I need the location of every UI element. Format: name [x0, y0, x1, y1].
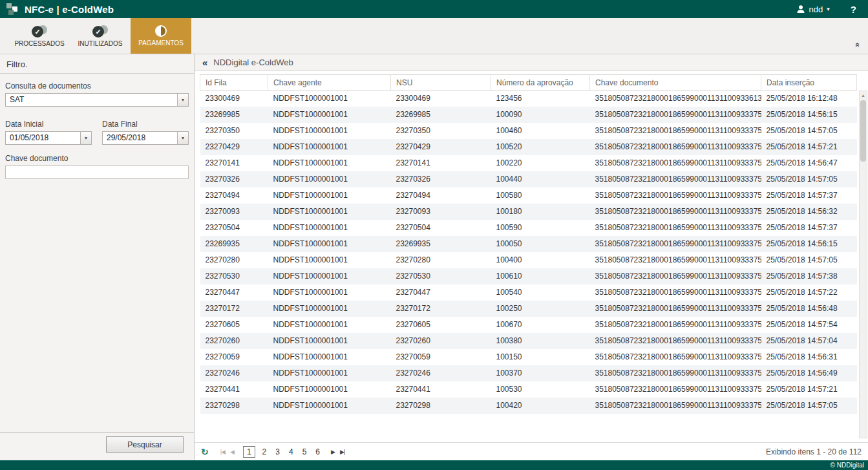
table-row[interactable]: 23270260NDDFST10000010012327026010038035…	[200, 333, 857, 349]
table-row[interactable]: 23270441NDDFST10000010012327044110053035…	[200, 381, 857, 398]
refresh-icon[interactable]: ↻	[201, 447, 209, 457]
data-inicial-picker[interactable]: 01/05/2018 ▼	[5, 131, 92, 145]
table-cell: 23269935	[200, 236, 268, 252]
vertical-scrollbar[interactable]: ▲	[859, 91, 867, 438]
app-logo-icon	[6, 3, 18, 15]
table-cell: 25/05/2018 14:57:37	[761, 187, 857, 204]
table-cell: 25/05/2018 14:57:05	[761, 123, 857, 139]
chevron-down-icon: ▾	[827, 6, 830, 12]
data-final-label: Data Final	[102, 120, 189, 129]
table-cell: 100420	[491, 398, 590, 414]
table-row[interactable]: 23270447NDDFST10000010012327044710054035…	[200, 284, 857, 301]
table-cell: NDDFST1000001001	[268, 107, 391, 123]
table-cell: 100150	[491, 349, 590, 365]
table-row[interactable]: 23300469NDDFST10000010012330046912345635…	[200, 91, 857, 107]
column-header[interactable]: Data inserção	[761, 75, 857, 91]
column-header[interactable]: Chave agente	[268, 75, 391, 91]
panel-header: « NDDigital e-ColdWeb	[195, 54, 868, 71]
table-row[interactable]: 23270504NDDFST10000010012327050410059035…	[200, 220, 857, 236]
help-button[interactable]: ?	[851, 4, 856, 15]
table-cell: 100440	[491, 171, 590, 187]
table-cell: NDDFST1000001001	[268, 349, 391, 365]
table-row[interactable]: 23270059NDDFST10000010012327005910015035…	[200, 349, 857, 365]
table-row[interactable]: 23270530NDDFST10000010012327053010061035…	[200, 268, 857, 284]
table-row[interactable]: 23270246NDDFST10000010012327024610037035…	[200, 365, 857, 381]
collapse-ribbon-button[interactable]: »	[854, 40, 859, 50]
app-header: NFC-e | e-ColdWeb ndd ▾ ?	[0, 0, 868, 18]
last-page-icon[interactable]: ▶|	[340, 449, 344, 455]
column-header[interactable]: Número da aprovação	[491, 75, 590, 91]
page-number[interactable]: 2	[260, 447, 269, 456]
table-row[interactable]: 23270093NDDFST10000010012327009310018035…	[200, 204, 857, 220]
table-cell: 23270447	[391, 284, 491, 301]
table-cell: 23270059	[200, 349, 268, 365]
chevron-down-icon: ▼	[80, 132, 91, 144]
table-body: 23300469NDDFST10000010012330046912345635…	[200, 91, 857, 414]
column-header[interactable]: NSU	[391, 75, 491, 91]
table-cell: NDDFST1000001001	[268, 171, 391, 187]
scrollbar-thumb[interactable]	[860, 100, 866, 162]
chevron-down-icon: ▼	[177, 94, 188, 106]
table-cell: 23270141	[200, 155, 268, 171]
table-row[interactable]: 23270280NDDFST10000010012327028010040035…	[200, 252, 857, 268]
pagination-status: Exibindo itens 1 - 20 de 112	[766, 447, 862, 456]
page-number[interactable]: 4	[287, 447, 295, 456]
table-cell: 25/05/2018 14:57:05	[761, 171, 857, 187]
page-number[interactable]: 1	[243, 446, 255, 458]
tab-processados[interactable]: ✓ PROCESSADOS	[9, 18, 70, 54]
table-row[interactable]: 23270172NDDFST10000010012327017210025035…	[200, 301, 857, 317]
table-cell: 23270504	[200, 220, 268, 236]
column-header[interactable]: Chave documento	[590, 75, 761, 91]
table-cell: 23270298	[200, 398, 268, 414]
data-inicial-value: 01/05/2018	[10, 133, 48, 142]
table-cell: NDDFST1000001001	[268, 187, 391, 204]
consulta-select[interactable]: SAT ▼	[5, 93, 189, 107]
table-cell: 23270350	[391, 123, 491, 139]
table-row[interactable]: 23270141NDDFST10000010012327014110022035…	[200, 155, 857, 171]
tab-pagamentos[interactable]: PAGAMENTOS	[131, 18, 191, 54]
table-row[interactable]: 23270326NDDFST10000010012327032610044035…	[200, 171, 857, 187]
table-row[interactable]: 23270350NDDFST10000010012327035010046035…	[200, 123, 857, 139]
data-final-picker[interactable]: 29/05/2018 ▼	[102, 131, 189, 145]
table-cell: 25/05/2018 14:57:38	[761, 268, 857, 284]
table-cell: 100380	[491, 333, 590, 349]
table-row[interactable]: 23270298NDDFST10000010012327029810042035…	[200, 398, 857, 414]
user-menu[interactable]: ndd ▾	[796, 5, 830, 14]
table-cell: NDDFST1000001001	[268, 381, 391, 398]
scroll-up-icon[interactable]: ▲	[860, 91, 867, 100]
chevron-up-icon: »	[852, 43, 862, 47]
collapse-panel-icon[interactable]: «	[202, 57, 207, 68]
table-cell: 351805087232180001865990001131100933375	[590, 204, 761, 220]
table-cell: NDDFST1000001001	[268, 284, 391, 301]
page-number[interactable]: 3	[273, 447, 282, 456]
first-page-icon[interactable]: |◀	[220, 449, 225, 455]
next-page-icon[interactable]: ▶	[331, 449, 335, 455]
table-cell: 25/05/2018 14:57:05	[761, 398, 857, 414]
table-row[interactable]: 23270494NDDFST10000010012327049410058035…	[200, 187, 857, 204]
table-cell: NDDFST1000001001	[268, 139, 391, 155]
app-title: NFC-e | e-ColdWeb	[25, 4, 114, 15]
table-row[interactable]: 23269985NDDFST10000010012326998510009035…	[200, 107, 857, 123]
table-cell: 351805087232180001865990001131100933375	[590, 220, 761, 236]
page-number[interactable]: 5	[301, 447, 309, 456]
chave-documento-label: Chave documento	[5, 154, 189, 163]
table-cell: 23269985	[391, 107, 491, 123]
results-panel: « NDDigital e-ColdWeb Id Fila Chave agen…	[195, 54, 868, 460]
table-cell: NDDFST1000001001	[268, 204, 391, 220]
table-row[interactable]: 23270429NDDFST10000010012327042910052035…	[200, 139, 857, 155]
search-button[interactable]: Pesquisar	[106, 436, 184, 453]
table-cell: 23270059	[391, 349, 491, 365]
table-cell: 23270172	[200, 301, 268, 317]
table-row[interactable]: 23270605NDDFST10000010012327060510067035…	[200, 317, 857, 333]
page-number[interactable]: 6	[313, 447, 322, 456]
column-header[interactable]: Id Fila	[200, 75, 268, 91]
table-cell: 23270246	[200, 365, 268, 381]
table-cell: 23270504	[391, 220, 491, 236]
prev-page-icon[interactable]: ◀	[230, 449, 234, 455]
results-table-area: Id Fila Chave agente NSU Número da aprov…	[195, 71, 868, 442]
tab-inutilizados[interactable]: ✓ INUTILIZADOS	[70, 18, 131, 54]
table-cell: 23270326	[391, 171, 491, 187]
table-row[interactable]: 23269935NDDFST10000010012326993510005035…	[200, 236, 857, 252]
chave-documento-input[interactable]	[5, 166, 189, 179]
table-cell: NDDFST1000001001	[268, 220, 391, 236]
